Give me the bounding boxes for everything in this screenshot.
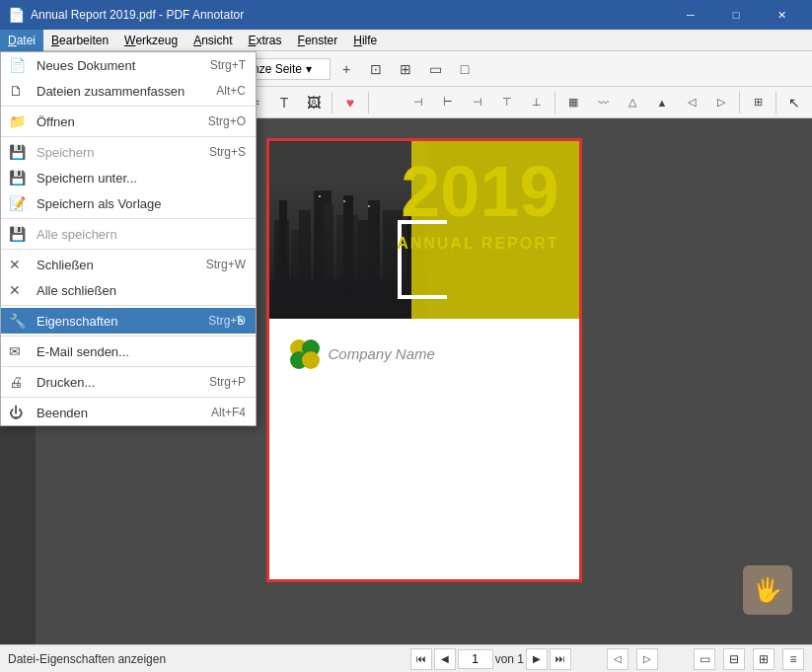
menu-sep1 bbox=[1, 106, 256, 107]
logo-svg bbox=[289, 338, 321, 370]
page-total-label: von 1 bbox=[495, 652, 524, 666]
beenden-icon: ⏻ bbox=[9, 405, 23, 420]
menu-sep5 bbox=[1, 305, 256, 306]
svg-rect-9 bbox=[358, 220, 374, 319]
align-center-btn[interactable]: ⊢ bbox=[434, 89, 462, 116]
sep4 bbox=[332, 92, 332, 113]
pdf-page: 2019 ANNUAL REPORT Company Name bbox=[266, 138, 582, 582]
text-btn[interactable]: T bbox=[270, 89, 298, 116]
fit3-btn[interactable]: ▭ bbox=[421, 55, 449, 83]
pdf-annual-report-label: ANNUAL REPORT bbox=[397, 235, 558, 253]
align-top-btn[interactable]: ⊤ bbox=[493, 89, 521, 116]
menu-drucken[interactable]: 🖨 Drucken... Strg+P bbox=[1, 369, 256, 395]
svg-rect-15 bbox=[343, 200, 345, 202]
speichern-shortcut: Strg+S bbox=[209, 145, 246, 159]
svg-rect-14 bbox=[319, 195, 321, 197]
align-bottom-btn[interactable]: ⊥ bbox=[523, 89, 551, 116]
align-left-btn[interactable]: ⊣ bbox=[405, 89, 432, 116]
alle-speichern-label: Alle speichern bbox=[37, 227, 117, 242]
view-grid-btn[interactable]: ⊞ bbox=[753, 648, 775, 670]
page-number-input[interactable] bbox=[458, 649, 493, 669]
svg-rect-2 bbox=[279, 200, 287, 319]
heart-btn[interactable]: ♥ bbox=[336, 89, 364, 116]
nav-last-btn[interactable]: ⏭ bbox=[550, 648, 571, 670]
menu-werkzeug[interactable]: Werkzeug bbox=[116, 30, 185, 51]
maximize-button[interactable]: □ bbox=[713, 0, 759, 30]
menu-beenden[interactable]: ⏻ Beenden Alt+F4 bbox=[1, 400, 256, 425]
nav-first-btn[interactable]: ⏮ bbox=[410, 648, 432, 670]
svg-rect-5 bbox=[314, 190, 332, 319]
drucken-icon: 🖨 bbox=[9, 374, 23, 390]
drucken-label: Drucken... bbox=[37, 375, 95, 390]
menu-email-senden[interactable]: ✉ E-Mail senden... bbox=[1, 338, 256, 364]
menu-dateien-zusammenfassen[interactable]: 🗋 Dateien zusammenfassen Alt+C bbox=[1, 78, 256, 104]
menu-alle-schliessen[interactable]: ✕ Alle schließen bbox=[1, 277, 256, 303]
svg-rect-1 bbox=[274, 220, 289, 319]
plus-btn[interactable]: + bbox=[332, 55, 360, 83]
speichern-unter-label: Speichern unter... bbox=[37, 171, 137, 186]
sep5 bbox=[368, 92, 369, 113]
sep8 bbox=[775, 92, 776, 113]
menu-extras[interactable]: Extras bbox=[241, 30, 290, 51]
drucken-shortcut: Strg+P bbox=[209, 375, 246, 389]
speichern-unter-icon: 💾 bbox=[9, 170, 26, 186]
page-navigation: ⏮ ◀ von 1 ▶ ⏭ bbox=[410, 648, 571, 670]
nav-next-btn[interactable]: ▶ bbox=[526, 648, 548, 670]
cursor-btn[interactable]: ↖ bbox=[780, 89, 808, 116]
menu-sep8 bbox=[1, 397, 256, 398]
window-title: Annual Report 2019.pdf - PDF Annotator bbox=[31, 8, 662, 22]
menu-offnen[interactable]: 📁 Öffnen Strg+O bbox=[1, 109, 256, 134]
neues-dokument-label: Neues Dokument bbox=[37, 58, 135, 73]
menu-eigenschaften[interactable]: 🔧 Eigenschaften Strg+D 🖱 bbox=[1, 308, 256, 334]
back-btn[interactable]: ◁ bbox=[607, 648, 628, 670]
img-btn[interactable]: 🖼 bbox=[300, 89, 328, 116]
bar-chart-btn[interactable]: ▦ bbox=[559, 89, 587, 116]
float-hand-button[interactable]: 🖐 bbox=[743, 565, 792, 615]
menu-speichern-als-vorlage[interactable]: 📝 Speichern als Vorlage bbox=[1, 190, 256, 216]
tri2-btn[interactable]: ▲ bbox=[648, 89, 676, 116]
menu-neues-dokument[interactable]: 📄 Neues Dokument Strg+T bbox=[1, 52, 256, 78]
close-button[interactable]: ✕ bbox=[759, 0, 804, 30]
menu-ansicht[interactable]: Ansicht bbox=[185, 30, 240, 51]
company-logo bbox=[289, 338, 319, 368]
arr-left-btn[interactable]: ◁ bbox=[678, 89, 705, 116]
forward-btn[interactable]: ▷ bbox=[636, 648, 658, 670]
square-btn[interactable]: □ bbox=[451, 55, 479, 83]
speichern-label: Speichern bbox=[37, 145, 95, 160]
pdf-year: 2019 bbox=[401, 156, 558, 227]
wave-btn[interactable]: 〰 bbox=[589, 89, 617, 116]
minimize-button[interactable]: ─ bbox=[668, 0, 713, 30]
sep6 bbox=[554, 92, 555, 113]
tri1-btn[interactable]: △ bbox=[619, 89, 646, 116]
menu-bearbeiten[interactable]: Bearbeiten bbox=[43, 30, 116, 51]
view-double-btn[interactable]: ⊟ bbox=[723, 648, 745, 670]
menu-alle-speichern: 💾 Alle speichern bbox=[1, 221, 256, 247]
fit2-btn[interactable]: ⊞ bbox=[392, 55, 419, 83]
svg-rect-7 bbox=[336, 215, 358, 319]
align-right-btn[interactable]: ⊣ bbox=[464, 89, 491, 116]
nav-prev-btn[interactable]: ◀ bbox=[434, 648, 456, 670]
dateien-label: Dateien zusammenfassen bbox=[37, 84, 185, 99]
schliessen-icon: ✕ bbox=[9, 257, 21, 272]
menu-hilfe[interactable]: Hilfe bbox=[345, 30, 385, 51]
sep7 bbox=[739, 92, 740, 113]
stamp-btn[interactable]: ⊞ bbox=[744, 89, 772, 116]
menu-datei[interactable]: Datei bbox=[0, 30, 43, 51]
titlebar: 📄 Annual Report 2019.pdf - PDF Annotator… bbox=[0, 0, 812, 30]
menu-speichern-unter[interactable]: 💾 Speichern unter... bbox=[1, 165, 256, 190]
fit-btn[interactable]: ⊡ bbox=[362, 55, 390, 83]
dateien-shortcut: Alt+C bbox=[216, 84, 246, 98]
zoom-dropdown-icon: ▾ bbox=[306, 62, 312, 76]
svg-rect-10 bbox=[368, 200, 380, 319]
status-text: Datei-Eigenschaften anzeigen bbox=[8, 652, 403, 666]
window-controls: ─ □ ✕ bbox=[668, 0, 804, 30]
speichern-icon: 💾 bbox=[9, 144, 26, 160]
svg-rect-8 bbox=[343, 195, 353, 319]
menu-sep4 bbox=[1, 249, 256, 250]
menu-fenster[interactable]: Fenster bbox=[290, 30, 346, 51]
offnen-shortcut: Strg+O bbox=[208, 114, 246, 128]
menu-schliessen[interactable]: ✕ Schließen Strg+W bbox=[1, 252, 256, 277]
view-scroll-btn[interactable]: ≡ bbox=[782, 648, 804, 670]
arr-right-btn[interactable]: ▷ bbox=[707, 89, 735, 116]
view-single-btn[interactable]: ▭ bbox=[694, 648, 715, 670]
